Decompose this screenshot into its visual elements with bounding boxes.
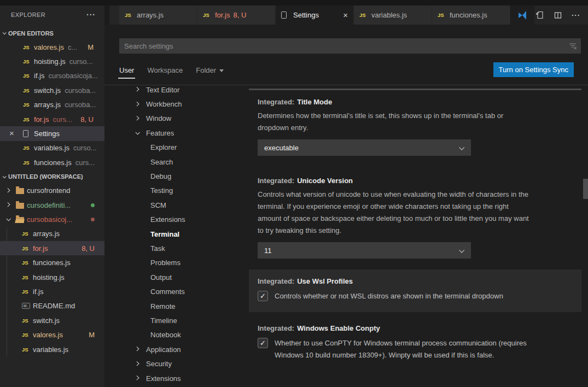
open-editor-item[interactable]: valores.js c... M bbox=[0, 40, 104, 54]
toc-item[interactable]: Task bbox=[104, 241, 249, 255]
tree-item[interactable]: switch.js bbox=[0, 313, 104, 327]
open-editor-item[interactable]: arrays.js cursoba... bbox=[0, 98, 104, 112]
open-editor-item[interactable]: switch.js cursoba... bbox=[0, 83, 104, 97]
file-name: valores.js bbox=[34, 43, 64, 51]
setting-category: Integrated: bbox=[258, 324, 294, 332]
tree-item[interactable]: arrays.js bbox=[0, 227, 104, 241]
tree-item[interactable]: README.md bbox=[0, 299, 104, 313]
editor-tab[interactable]: variables.js bbox=[354, 5, 432, 25]
editor-tab[interactable]: for.js 8, U bbox=[197, 5, 275, 25]
tree-item[interactable]: cursodefiniti... bbox=[0, 198, 104, 212]
file-type-glyph bbox=[22, 303, 30, 309]
tree-item[interactable]: variables.js bbox=[0, 342, 104, 356]
toc-item[interactable]: Notebook bbox=[104, 328, 249, 342]
editor-tab[interactable]: Settings × bbox=[276, 5, 353, 25]
workspace-header[interactable]: UNTITLED (WORKSPACE) bbox=[0, 170, 104, 184]
tree-item[interactable]: funciones.js bbox=[0, 255, 104, 269]
toc-item[interactable]: Terminal bbox=[104, 227, 249, 241]
toc-item[interactable]: Features bbox=[104, 126, 249, 140]
open-editors-header[interactable]: OPEN EDITORS bbox=[0, 26, 104, 40]
toc-item[interactable]: Problems bbox=[104, 256, 249, 270]
toc-item[interactable]: Text Editor bbox=[104, 85, 249, 97]
scrollbar-thumb[interactable] bbox=[583, 179, 588, 199]
toc-item[interactable]: Explorer bbox=[104, 140, 249, 155]
setting-title: Integrated:Unicode Version bbox=[258, 177, 573, 185]
scope-tab[interactable]: User bbox=[119, 66, 134, 74]
settings-sync-button[interactable]: Turn on Settings Sync bbox=[493, 62, 574, 77]
open-editor-item[interactable]: for.js curs... 8, U bbox=[0, 112, 104, 126]
close-icon[interactable]: × bbox=[343, 10, 348, 20]
file-type-glyph bbox=[23, 57, 32, 66]
toc-item[interactable]: Workbench bbox=[104, 97, 249, 111]
toc-item[interactable]: Output bbox=[104, 270, 249, 284]
checkbox[interactable]: ✓ bbox=[258, 291, 268, 301]
toc-item[interactable]: Extensions bbox=[104, 371, 249, 385]
split-editor-icon[interactable] bbox=[552, 10, 563, 21]
editor-tab[interactable]: arrays.js bbox=[119, 5, 197, 25]
open-editor-item[interactable]: if.js cursobasicoja... bbox=[0, 69, 104, 83]
checkbox[interactable]: ✓ bbox=[258, 338, 268, 348]
clear-filter-icon[interactable] bbox=[568, 42, 577, 50]
setting-select[interactable]: executable bbox=[258, 139, 471, 156]
toc-item[interactable]: Window bbox=[104, 112, 249, 126]
file-name: switch.js bbox=[34, 86, 61, 95]
toc-item[interactable]: Timeline bbox=[104, 313, 249, 327]
toc-item[interactable]: Remote bbox=[104, 299, 249, 313]
file-type-glyph bbox=[23, 158, 32, 167]
setting-select[interactable]: 11 bbox=[258, 242, 471, 259]
toc-label: Comments bbox=[150, 288, 185, 296]
close-icon[interactable]: × bbox=[9, 128, 14, 138]
file-type-glyph bbox=[23, 101, 32, 109]
toc-item[interactable]: Extensions bbox=[104, 213, 249, 227]
toc-item[interactable]: Comments bbox=[104, 284, 249, 298]
status-badge: M bbox=[84, 43, 94, 51]
file-name: arrays.js bbox=[33, 230, 60, 238]
file-name: funciones.js bbox=[33, 259, 71, 267]
file-type-icon bbox=[23, 130, 34, 137]
toc-item[interactable]: Security bbox=[104, 356, 249, 371]
tree-item[interactable]: if.js bbox=[0, 284, 104, 298]
setting-title: Integrated:Title Mode bbox=[258, 98, 573, 106]
chevron-icon bbox=[135, 116, 139, 120]
open-editor-item[interactable]: hoisting.js curso... bbox=[0, 54, 104, 68]
more-actions-icon[interactable]: ··· bbox=[570, 10, 581, 21]
toc-label: Workbench bbox=[146, 100, 182, 108]
search-settings-input[interactable] bbox=[119, 38, 581, 54]
explorer-header: EXPLORER ··· bbox=[0, 5, 104, 24]
scope-tab[interactable]: Folder bbox=[196, 66, 224, 74]
editor-tab[interactable]: funciones.js bbox=[432, 5, 510, 25]
tree-item[interactable]: cursofrontend bbox=[0, 184, 104, 198]
tree-item[interactable]: valores.js M bbox=[0, 327, 104, 342]
open-editor-item[interactable]: × Settings bbox=[0, 126, 104, 140]
settings-toc: Text Editor Workbench Window bbox=[104, 85, 249, 385]
file-name: cursofrontend bbox=[27, 186, 71, 195]
scope-tab[interactable]: Workspace bbox=[147, 66, 183, 74]
setting-category: Integrated: bbox=[258, 98, 294, 106]
tree-item[interactable]: for.js 8, U bbox=[0, 241, 104, 255]
toc-item[interactable]: Testing bbox=[104, 184, 249, 198]
tree-item[interactable]: hoisting.js bbox=[0, 270, 104, 284]
file-type-glyph bbox=[23, 144, 32, 153]
toc-label: Search bbox=[150, 158, 173, 166]
file-path-suffix: curs... bbox=[53, 115, 72, 124]
file-name: if.js bbox=[34, 72, 45, 80]
toc-item[interactable]: Application bbox=[104, 342, 249, 356]
file-type-icon bbox=[23, 144, 34, 153]
tree-item[interactable]: cursobasicoj... bbox=[0, 212, 104, 226]
setting-title: Integrated:Use Wsl Profiles bbox=[258, 277, 573, 285]
tab-bar: arrays.js for.js 8, U bbox=[104, 5, 588, 25]
ellipsis-icon[interactable]: ··· bbox=[86, 10, 96, 19]
toc-label: Extensions bbox=[150, 215, 185, 224]
tree-chevron bbox=[7, 203, 16, 207]
toc-item[interactable]: Debug bbox=[104, 169, 249, 183]
toc-item[interactable]: SCM bbox=[104, 198, 249, 212]
open-editor-item[interactable]: variables.js curso... bbox=[0, 141, 104, 155]
file-type-icon bbox=[203, 11, 215, 20]
check-icon: ✓ bbox=[260, 339, 266, 347]
toc-chevron bbox=[136, 377, 146, 380]
chevron-icon bbox=[135, 361, 139, 366]
setting-name: Title Mode bbox=[297, 98, 332, 106]
open-settings-json-icon[interactable] bbox=[534, 10, 545, 21]
open-editor-item[interactable]: funciones.js curs... bbox=[0, 155, 104, 169]
toc-item[interactable]: Search bbox=[104, 155, 249, 169]
